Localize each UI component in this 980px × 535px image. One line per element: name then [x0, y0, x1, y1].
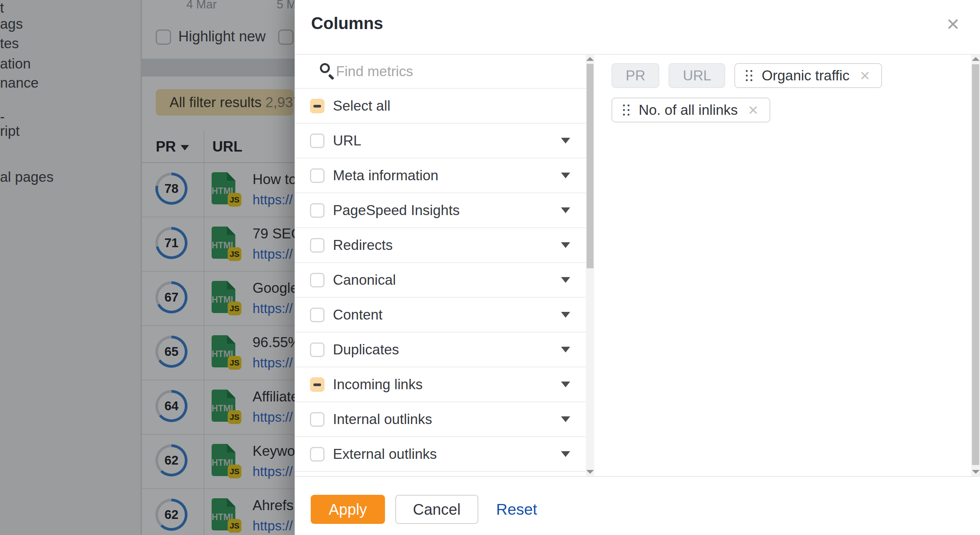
metric-label: Internal outlinks	[333, 411, 432, 427]
metric-label: Redirects	[333, 237, 393, 253]
checkbox[interactable]	[310, 238, 324, 253]
scroll-up-icon[interactable]	[972, 57, 980, 61]
modal-header: Columns ✕	[295, 0, 980, 55]
checkbox[interactable]	[310, 168, 324, 183]
checkbox[interactable]	[310, 134, 324, 148]
indeterminate-checkbox[interactable]	[310, 377, 324, 392]
metric-label: External outlinks	[333, 446, 437, 462]
drag-dot	[746, 70, 748, 72]
remove-chip-icon[interactable]: ✕	[748, 104, 759, 117]
metric-row-incoming-links[interactable]: Incoming links	[295, 367, 594, 402]
modal-title: Columns	[311, 14, 383, 33]
checkbox[interactable]	[310, 203, 324, 218]
metric-label: Duplicates	[333, 342, 399, 358]
metric-label: Select all	[333, 98, 390, 114]
screen: tagstesationnance-riptal pages 4 Mar 5 M…	[0, 0, 980, 535]
remove-chip-icon[interactable]: ✕	[859, 69, 871, 82]
scrollbar-thumb[interactable]	[587, 64, 594, 268]
metric-label: Incoming links	[333, 377, 422, 393]
metric-row-select-all[interactable]: Select all	[295, 89, 594, 124]
scroll-down-icon[interactable]	[972, 470, 980, 474]
drag-dot	[746, 75, 748, 77]
drag-dot	[623, 114, 625, 116]
chip-label: PR	[626, 68, 645, 84]
chevron-down-icon[interactable]	[561, 277, 570, 283]
chevron-down-icon[interactable]	[561, 207, 570, 213]
chip-label: No. of all inlinks	[639, 102, 738, 118]
metric-label: Meta information	[333, 168, 439, 184]
columns-modal: Columns ✕ Select allURLMeta informationP…	[295, 0, 980, 535]
modal-body: Select allURLMeta informationPageSpeed I…	[295, 55, 980, 476]
chip-label: Organic traffic	[761, 68, 850, 84]
scroll-up-icon[interactable]	[586, 57, 594, 61]
chevron-down-icon[interactable]	[561, 416, 570, 422]
checkbox[interactable]	[310, 412, 324, 427]
find-metrics-input[interactable]	[336, 55, 550, 88]
chevron-down-icon[interactable]	[561, 451, 570, 457]
metric-label: Canonical	[333, 272, 396, 288]
metric-row-content[interactable]: Content	[295, 298, 594, 333]
drag-dot	[628, 109, 629, 111]
scroll-down-icon[interactable]	[586, 470, 594, 474]
chevron-down-icon[interactable]	[561, 173, 570, 178]
drag-dot	[628, 114, 629, 116]
apply-button[interactable]: Apply	[311, 495, 385, 524]
metric-row-canonical[interactable]: Canonical	[295, 263, 594, 298]
drag-dot	[746, 79, 748, 81]
column-chip-organic-traffic[interactable]: Organic traffic✕	[734, 63, 882, 88]
metric-row-internal-outlinks[interactable]: Internal outlinks	[295, 402, 594, 437]
indeterminate-checkbox[interactable]	[310, 99, 324, 113]
checkbox[interactable]	[310, 273, 324, 287]
close-icon[interactable]: ✕	[946, 16, 960, 33]
drag-handle-icon[interactable]	[623, 104, 629, 116]
metric-row-redirects[interactable]: Redirects	[295, 228, 594, 263]
column-chip-pr: PR	[611, 63, 659, 88]
modal-footer: Apply Cancel Reset	[295, 476, 980, 535]
checkbox[interactable]	[310, 447, 324, 462]
search-icon	[320, 63, 330, 73]
metrics-pane: Select allURLMeta informationPageSpeed I…	[295, 55, 594, 476]
drag-handle-icon[interactable]	[746, 70, 752, 81]
metric-row-url[interactable]: URL	[295, 124, 594, 158]
metric-row-pagespeed-insights[interactable]: PageSpeed Insights	[295, 193, 594, 228]
selected-columns-pane: PRURLOrganic traffic✕No. of all inlinks✕	[594, 55, 971, 476]
metric-label: Content	[333, 307, 383, 323]
checkbox[interactable]	[310, 308, 324, 322]
drag-dot	[623, 104, 625, 106]
cancel-button[interactable]: Cancel	[395, 495, 478, 524]
chevron-down-icon[interactable]	[561, 242, 570, 248]
metric-row-external-outlinks[interactable]: External outlinks	[295, 437, 594, 472]
selected-columns-list: PRURLOrganic traffic✕No. of all inlinks✕	[611, 63, 956, 122]
chevron-down-icon[interactable]	[561, 312, 570, 318]
reset-link[interactable]: Reset	[496, 495, 537, 524]
chip-label: URL	[683, 68, 711, 84]
drag-dot	[623, 109, 625, 111]
column-chip-url: URL	[669, 63, 725, 88]
chevron-down-icon[interactable]	[561, 347, 570, 352]
scrollbar-thumb[interactable]	[972, 64, 979, 465]
drag-dot	[750, 75, 752, 77]
chevron-down-icon[interactable]	[561, 138, 570, 144]
column-chip-no-of-all-inlinks[interactable]: No. of all inlinks✕	[611, 98, 770, 122]
metric-row-duplicates[interactable]: Duplicates	[295, 333, 594, 367]
drag-dot	[750, 70, 752, 72]
metric-row-meta-information[interactable]: Meta information	[295, 158, 594, 193]
metrics-scrollbar[interactable]	[586, 55, 594, 476]
modal-scrollbar[interactable]	[971, 55, 980, 476]
metrics-list: Select allURLMeta informationPageSpeed I…	[295, 89, 594, 472]
search-row	[295, 55, 594, 89]
drag-dot	[628, 104, 629, 106]
drag-dot	[750, 79, 752, 81]
metric-label: URL	[333, 133, 361, 149]
checkbox[interactable]	[310, 343, 324, 357]
chevron-down-icon[interactable]	[561, 382, 570, 387]
metric-label: PageSpeed Insights	[333, 202, 460, 219]
